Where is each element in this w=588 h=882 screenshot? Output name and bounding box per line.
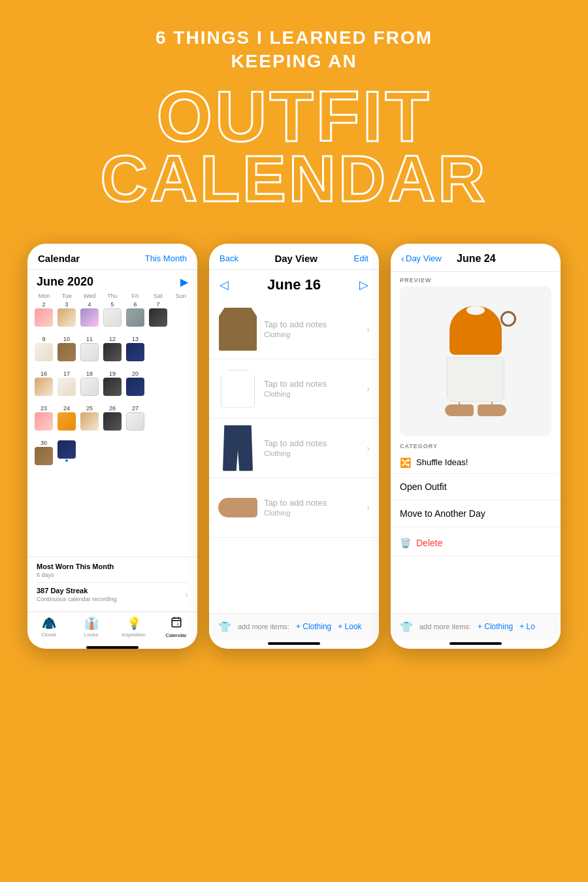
cal-day-4[interactable]: 5 (101, 301, 123, 335)
most-worn-stat: Most Worn This Month (37, 563, 188, 570)
cal-day-26[interactable]: 26 (101, 404, 123, 438)
cal-day-13[interactable]: 13 (124, 335, 146, 369)
detail-header: ‹ Day View June 24 (391, 244, 561, 272)
outfit-item-3[interactable]: Tap to add notes Clothing › (209, 419, 379, 478)
outfit-item-2[interactable]: Tap to add notes Clothing › (209, 359, 379, 419)
cal-day-30[interactable]: 30 (33, 439, 55, 473)
back-button[interactable]: Back (220, 253, 238, 263)
trash-icon: 🗑️ (400, 538, 411, 548)
cal-day-3[interactable]: 4 (78, 301, 101, 335)
calendar-tab-label: Calendar (165, 632, 186, 638)
header-big2: CALENDAR (39, 146, 549, 211)
outfit-thumb-extra (57, 440, 76, 459)
add-bar-2: 👕 add more items: + Clothing + Look (209, 613, 379, 640)
delete-action[interactable]: 🗑️ Delete (391, 530, 561, 557)
cal-day-17[interactable]: 17 (56, 370, 78, 404)
cal-day-9[interactable]: 9 (33, 335, 55, 369)
tab-closet[interactable]: 🧥 Closet (27, 616, 70, 638)
calendar-tab-icon: 2 (171, 616, 182, 631)
add-bar-3: 👕 add more items: + Clothing + Lo (391, 613, 561, 640)
month-title: June 2020 (37, 275, 93, 289)
outfit-item-2-chevron: › (367, 384, 370, 394)
cal-day-6[interactable]: 7 (147, 301, 169, 335)
cal-day-19[interactable]: 19 (101, 370, 123, 404)
cal-day-10[interactable]: 10 (56, 335, 78, 369)
prev-day-arrow[interactable]: ◁ (220, 278, 229, 292)
shirt-icon-3: 👕 (400, 621, 413, 633)
cal-day-blank2 (147, 335, 169, 369)
looks-label: Looks (84, 632, 98, 638)
add-look-btn-3[interactable]: + Lo (519, 622, 535, 631)
cal-day-27[interactable]: 27 (124, 404, 146, 438)
jacket-image (218, 306, 257, 352)
cal-day-blank9 (101, 439, 123, 473)
preview-label: PREVIEW (391, 272, 561, 286)
category-item[interactable]: 🔀 Shuffle Ideas! (391, 452, 561, 474)
day-sat: Sat (146, 291, 169, 301)
home-indicator-3 (449, 642, 502, 645)
cal-day-1[interactable]: 2 (33, 301, 55, 335)
streak-chevron: › (185, 589, 188, 600)
cal-day-blank8 (78, 439, 101, 473)
open-outfit-action[interactable]: Open Outfit (391, 474, 561, 500)
most-worn-sub: 6 days (37, 572, 188, 578)
cal-day-25[interactable]: 25 (78, 404, 101, 438)
outfit-thumb-25 (80, 412, 99, 431)
outfit-item-1-cat: Clothing (264, 331, 360, 338)
looks-icon: 👔 (84, 616, 99, 630)
add-look-btn[interactable]: + Look (338, 622, 361, 631)
calendar-grid: 2 3 4 5 6 7 (27, 301, 197, 473)
add-clothing-btn-3[interactable]: + Clothing (478, 622, 513, 631)
cal-day-blank5 (170, 370, 192, 404)
outfit-thumb-11 (80, 343, 99, 361)
tab-calendar[interactable]: 2 Calendar (155, 616, 197, 638)
cal-day-24[interactable]: 24 (56, 404, 78, 438)
outfit-item-1-note: Tap to add notes (264, 319, 360, 329)
cal-day-23[interactable]: 23 (33, 404, 55, 438)
cal-day-18[interactable]: 18 (78, 370, 101, 404)
streak-row[interactable]: 387 Day Streak Continuous calendar recor… (37, 582, 188, 606)
cal-day-16[interactable]: 16 (33, 370, 55, 404)
tab-bar-1: 🧥 Closet 👔 Looks 💡 Inspiration (27, 612, 197, 645)
outfit-thumb-10 (57, 343, 76, 361)
jeans-image (218, 425, 257, 471)
outfit-thumb-12 (103, 343, 122, 361)
outfit-thumb-24 (57, 412, 76, 431)
calendar-title: Calendar (38, 253, 80, 264)
day-mon: Mon (33, 291, 56, 301)
header-line1: 6 Things I Learned From (155, 27, 433, 48)
this-month-button[interactable]: This Month (145, 253, 187, 263)
cal-day-20[interactable]: 20 (124, 370, 146, 404)
shirt-icon: 👕 (218, 621, 231, 633)
outfit-item-3-cat: Clothing (264, 449, 360, 457)
detail-back-button[interactable]: ‹ Day View (401, 253, 442, 264)
next-month-arrow[interactable]: ▶ (180, 276, 188, 288)
day-thu: Thu (101, 291, 124, 301)
home-indicator-2 (268, 642, 320, 645)
outfit-item-2-text: Tap to add notes Clothing (264, 379, 360, 398)
add-clothing-btn[interactable]: + Clothing (296, 622, 331, 631)
cal-day-11[interactable]: 11 (78, 335, 101, 369)
outfit-thumb-30 (35, 447, 53, 465)
outfit-thumb-18 (80, 378, 99, 396)
next-day-arrow[interactable]: ▷ (359, 278, 368, 292)
cal-day-12[interactable]: 12 (101, 335, 123, 369)
outfit-item-4[interactable]: Tap to add notes Clothing › (209, 478, 379, 538)
calendar-app-header: Calendar This Month (27, 244, 197, 270)
cal-day-2[interactable]: 3 (56, 301, 78, 335)
tab-looks[interactable]: 👔 Looks (70, 616, 112, 638)
header-section: 6 Things I Learned From Keeping an OUTFI… (0, 0, 588, 231)
cal-day-5[interactable]: 6 (124, 301, 146, 335)
phones-section: Calendar This Month June 2020 ▶ Mon Tue … (0, 231, 588, 688)
phone-dayview: Back Day View Edit ◁ June 16 ▷ Tap to ad… (209, 244, 379, 649)
outfit-item-1[interactable]: Tap to add notes Clothing › (209, 300, 379, 359)
svg-rect-0 (172, 618, 181, 627)
cal-day-extra[interactable] (56, 439, 78, 473)
tab-inspiration[interactable]: 💡 Inspiration (112, 616, 155, 638)
closet-icon: 🧥 (42, 616, 56, 630)
edit-button[interactable]: Edit (354, 253, 368, 263)
outfit-item-3-chevron: › (367, 443, 370, 453)
cal-day-blank11 (147, 439, 169, 473)
move-to-day-action[interactable]: Move to Another Day (391, 500, 561, 527)
outfit-thumb-20 (126, 378, 144, 396)
